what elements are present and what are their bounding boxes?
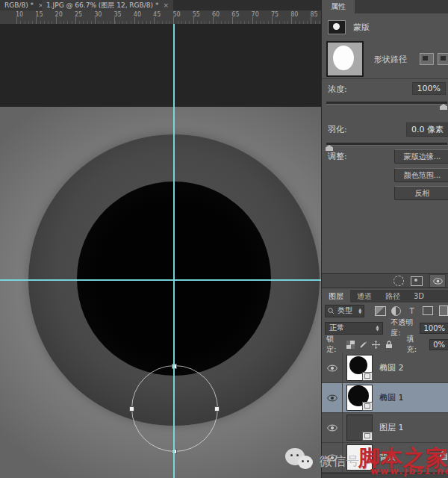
ruler-label: 15 xyxy=(35,11,43,18)
filter-type-dropdown[interactable]: 类型 ▲▼ xyxy=(325,305,364,317)
layer-thumbnail[interactable] xyxy=(347,415,372,440)
ruler-label: 80 xyxy=(290,11,298,18)
density-label: 浓度: xyxy=(328,84,347,95)
filter-shape-layers-icon[interactable] xyxy=(423,306,433,315)
feather-slider-track[interactable] xyxy=(326,143,447,146)
ruler-label: 40 xyxy=(134,11,141,18)
close-tab-icon[interactable]: × xyxy=(163,1,169,9)
canvas[interactable] xyxy=(0,24,321,478)
layer-row-layer1[interactable]: 图层 1 xyxy=(322,413,448,443)
density-slider-track[interactable] xyxy=(326,102,447,105)
tab-layers[interactable]: 图层 xyxy=(322,290,350,302)
layer-style-badge-icon xyxy=(362,432,373,441)
ruler-label: 70 xyxy=(252,11,259,18)
path-anchor-right[interactable] xyxy=(214,406,220,412)
eye-icon xyxy=(327,394,337,402)
tab-properties[interactable]: 属性 xyxy=(322,0,355,13)
vector-mask-icon[interactable] xyxy=(438,53,448,65)
layer-row-ellipse2[interactable]: 椭圆 2 xyxy=(322,353,448,383)
tab-channels[interactable]: 通道 xyxy=(350,290,379,302)
feather-value[interactable]: 0.0 像素 xyxy=(406,122,448,137)
layer-name: 图层 1 xyxy=(379,422,404,433)
adjust-label: 调整: xyxy=(328,151,347,162)
ruler-label: 65 xyxy=(231,11,239,18)
blend-mode-dropdown[interactable]: 正常 ▲▼ xyxy=(325,322,383,335)
ruler-label: 20 xyxy=(55,11,63,18)
pixel-mask-icon[interactable] xyxy=(420,53,434,65)
vertical-guide[interactable] xyxy=(173,24,175,478)
photoshop-window: RGB/8) * × 1.JPG @ 66.7% (图层 12, RGB/8) … xyxy=(0,0,448,478)
ruler-label: 25 xyxy=(75,11,82,18)
layer-name: 椭圆 2 xyxy=(379,362,404,373)
lock-transparency-icon[interactable] xyxy=(346,341,355,349)
photo-dark-background xyxy=(0,24,321,108)
filter-type-layers-icon[interactable]: T xyxy=(406,306,417,316)
divider xyxy=(322,78,448,80)
mask-edge-button[interactable]: 蒙版边缘... xyxy=(394,149,448,164)
visibility-well[interactable] xyxy=(322,413,343,442)
horizontal-guide[interactable] xyxy=(0,279,321,281)
shape-path-thumbnail[interactable] xyxy=(326,41,364,77)
path-anchor-left[interactable] xyxy=(129,406,134,412)
shape-path-row: 形状路径 xyxy=(326,41,448,77)
density-value[interactable]: 100% xyxy=(412,82,446,95)
watermark: 微信号 脚本之家 www.jb51.net xyxy=(282,444,448,478)
ruler-label: 55 xyxy=(193,11,200,18)
tab-paths[interactable]: 路径 xyxy=(379,290,407,302)
layer-thumbnail[interactable] xyxy=(347,385,372,410)
filter-adjustment-layers-icon[interactable] xyxy=(391,306,401,316)
ruler-label: 30 xyxy=(94,11,102,18)
filter-pixel-layers-icon[interactable] xyxy=(375,306,386,316)
shape-path-label: 形状路径 xyxy=(374,54,407,65)
fill-value[interactable]: 0% xyxy=(429,339,448,350)
ruler-label: 35 xyxy=(114,11,122,18)
ruler-label: 50 xyxy=(172,11,180,18)
eye-icon xyxy=(327,364,337,372)
spinner-arrows-icon[interactable]: ▲▼ xyxy=(358,308,361,314)
blend-mode-value: 正常 xyxy=(329,323,344,333)
feather-slider-thumb[interactable] xyxy=(326,145,333,151)
color-range-button[interactable]: 颜色范围... xyxy=(394,168,448,182)
layer-thumbnail[interactable] xyxy=(347,356,372,380)
apply-mask-icon[interactable] xyxy=(411,276,423,286)
layer-name: 椭圆 1 xyxy=(379,392,404,403)
tab-3d[interactable]: 3D xyxy=(407,290,431,302)
layer-filter-row: 类型 ▲▼ T xyxy=(322,302,448,319)
layer-row-ellipse1[interactable]: 椭圆 1 xyxy=(322,383,448,413)
feather-label: 羽化: xyxy=(328,124,347,135)
document-tab[interactable]: 1.JPG @ 66.7% (图层 12, RGB/8) * × xyxy=(42,0,173,10)
lock-row: 锁定: 填充: 0% xyxy=(322,337,448,352)
eye-icon xyxy=(327,424,337,432)
document-tab-partial[interactable]: RGB/8) * × xyxy=(0,0,48,10)
visibility-well[interactable] xyxy=(322,383,343,412)
ruler[interactable]: 10152025303540455055606570758085 xyxy=(0,10,321,25)
ruler-label: 10 xyxy=(16,11,23,18)
mask-visibility-toggle[interactable] xyxy=(429,274,446,288)
mask-thumbnail-icon[interactable] xyxy=(328,20,346,34)
watermark-url: www.jb51.net xyxy=(370,466,448,477)
spinner-arrows-icon: ▲▼ xyxy=(376,325,379,331)
document-tab-label: 1.JPG @ 66.7% (图层 12, RGB/8) * xyxy=(46,1,158,10)
lock-all-icon[interactable] xyxy=(385,340,393,349)
eye-icon xyxy=(433,278,443,285)
density-slider-thumb[interactable] xyxy=(440,104,447,110)
lock-paint-icon[interactable] xyxy=(359,340,367,349)
ruler-label: 45 xyxy=(153,11,161,18)
filter-smart-objects-icon[interactable] xyxy=(439,305,448,316)
mask-row: 蒙版 xyxy=(328,20,370,34)
opacity-value[interactable]: 100% xyxy=(420,323,448,334)
lock-position-icon[interactable] xyxy=(372,340,380,349)
load-selection-icon[interactable] xyxy=(393,276,404,286)
ellipse-path-outline[interactable] xyxy=(131,365,218,452)
invert-button[interactable]: 反相 xyxy=(394,186,448,200)
watermark-prefix: 微信号 xyxy=(320,453,360,470)
properties-header: 属性 xyxy=(322,0,448,13)
vector-mask-badge-icon xyxy=(362,402,373,411)
mask-label: 蒙版 xyxy=(353,22,370,33)
ruler-label: 60 xyxy=(212,11,220,18)
ruler-label: 75 xyxy=(271,11,279,18)
blend-mode-row: 正常 ▲▼ 不透明度: 100% xyxy=(322,320,448,335)
filter-type-label: 类型 xyxy=(337,305,352,316)
visibility-well[interactable] xyxy=(322,353,343,382)
layers-panel-tabs: 图层 通道 路径 3D xyxy=(322,290,448,302)
